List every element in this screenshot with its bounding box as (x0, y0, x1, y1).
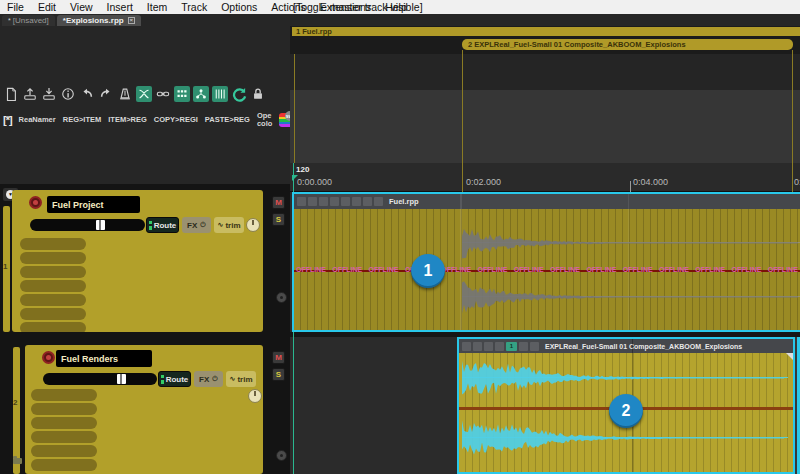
item-title-bar[interactable]: 1 EXPLReal_Fuel-Small 01 Composite_AKBOO… (459, 339, 793, 353)
tempo-marker[interactable]: 120 (296, 165, 309, 174)
marker-lane[interactable] (290, 54, 800, 90)
region-marker-1[interactable]: 1 Fuel.rpp (292, 27, 800, 36)
loop-icon[interactable] (231, 86, 247, 102)
tab-unsaved[interactable]: * [Unsaved] (2, 15, 55, 26)
item-fx-icon[interactable] (352, 197, 361, 206)
item-lock-icon[interactable] (473, 342, 482, 351)
metronome-icon[interactable] (117, 86, 133, 102)
item-properties-icon[interactable] (530, 342, 539, 351)
screenshot-icon[interactable]: [*] (3, 114, 12, 126)
record-arm-button[interactable] (42, 351, 55, 364)
items-to-regions-button[interactable]: ITEM>REG (108, 116, 147, 124)
new-project-icon[interactable] (3, 86, 19, 102)
offline-label: OFFLINE (695, 266, 725, 272)
region-marker-2[interactable]: 2 EXPLReal_Fuel-Small 01 Composite_AKBOO… (462, 39, 793, 50)
trim-button[interactable]: ∿trim (226, 371, 256, 387)
item-loop-icon[interactable] (297, 197, 306, 206)
open-color-button[interactable]: Ope colo (257, 112, 272, 128)
timeline-ruler[interactable] (290, 163, 800, 192)
redo-icon[interactable] (98, 86, 114, 102)
pan-knob[interactable] (248, 389, 262, 403)
callout-1: 1 (411, 254, 445, 288)
ruler-time-2: 0:02.000 (466, 177, 501, 187)
item-fx-icon[interactable] (519, 342, 528, 351)
track-lane-pill (31, 445, 97, 457)
record-arm-button[interactable] (29, 196, 42, 209)
lock-icon[interactable] (250, 86, 266, 102)
paste-regions-button[interactable]: PASTE>REG (205, 116, 250, 124)
route-button[interactable]: Route (158, 371, 191, 387)
callout-number: 1 (424, 262, 433, 280)
color-palette-icon[interactable]: SWS (279, 113, 290, 127)
tab-explosions[interactable]: *Explosions.rpp × (57, 15, 141, 26)
volume-handle[interactable] (117, 374, 126, 384)
project-info-icon[interactable] (60, 86, 76, 102)
regions-to-items-button[interactable]: REG>ITEM (63, 116, 102, 124)
item-properties-icon[interactable] (374, 197, 383, 206)
fx-button[interactable]: FX⏻ (194, 371, 223, 387)
trim-label: trim (237, 375, 252, 384)
fx-power-icon[interactable]: ⏻ (200, 221, 206, 229)
track1-panel[interactable]: Fuel Project Route FX⏻ ∿trim (12, 190, 263, 332)
track2-mute-button[interactable]: M (272, 351, 285, 364)
item-mute-icon[interactable] (330, 197, 339, 206)
item-volume-icon[interactable] (319, 197, 328, 206)
track1-envelope-button[interactable] (276, 292, 287, 303)
menu-item[interactable]: Item (140, 1, 174, 13)
track-name-field[interactable]: Fuel Renders (56, 350, 152, 367)
item-group-icon[interactable] (341, 197, 350, 206)
menu-options[interactable]: Options (214, 1, 264, 13)
track2-envelope-button[interactable] (276, 450, 287, 461)
tab-close-icon[interactable]: × (128, 17, 135, 24)
save-project-icon[interactable] (41, 86, 57, 102)
offline-row: OFFLINEOFFLINEOFFLINEOFFLINEOFFLINEOFFLI… (296, 264, 798, 274)
volume-handle[interactable] (96, 220, 105, 230)
track-lane-pill (31, 389, 97, 401)
item-volume-icon[interactable] (484, 342, 493, 351)
menu-file[interactable]: File (0, 1, 31, 13)
menu-view[interactable]: View (63, 1, 100, 13)
pan-knob[interactable] (246, 218, 260, 232)
volume-slider[interactable] (43, 373, 157, 385)
tempo-lane[interactable] (290, 90, 800, 163)
route-button[interactable]: Route (146, 217, 179, 233)
fade-corner[interactable] (786, 353, 793, 360)
menu-insert[interactable]: Insert (100, 1, 140, 13)
offline-label: OFFLINE (623, 266, 653, 272)
item-lock-icon[interactable] (308, 197, 317, 206)
track2-solo-button[interactable]: S (272, 368, 285, 381)
region-boundary-line (462, 50, 463, 192)
track1-mute-button[interactable]: M (272, 196, 285, 209)
reanamer-button[interactable]: ReaNamer (19, 116, 56, 124)
open-project-icon[interactable] (22, 86, 38, 102)
fx-button[interactable]: FX⏻ (182, 217, 211, 233)
track2-panel[interactable]: Fuel Renders Route FX⏻ ∿trim (25, 345, 263, 474)
track-name-field[interactable]: Fuel Project (47, 196, 140, 213)
link-icon[interactable] (155, 86, 171, 102)
menu-track[interactable]: Track (174, 1, 214, 13)
waveform-left-channel (462, 225, 798, 261)
media-item-fuel-rpp[interactable]: Fuel.rpp OFFLINEOFFLINEOFFLINEOFFLINEOFF… (292, 192, 800, 332)
modified-indicator: * (8, 17, 11, 24)
ruler-time-0: 0:00.000 (297, 177, 332, 187)
item-loop-icon[interactable] (462, 342, 471, 351)
region-boundary-line (294, 54, 295, 163)
item-mute-icon[interactable] (495, 342, 504, 351)
item-notes-icon[interactable] (363, 197, 372, 206)
trim-button[interactable]: ∿trim (214, 217, 244, 233)
track-lane-pill (20, 238, 86, 250)
track1-solo-button[interactable]: S (272, 213, 285, 226)
copy-regions-button[interactable]: COPY>REGI (154, 116, 198, 124)
fx-power-icon[interactable]: ⏻ (212, 375, 218, 383)
channel-mode-badge[interactable]: 1 (506, 342, 517, 351)
grid-lines-icon[interactable] (212, 86, 228, 102)
routing-icon[interactable] (193, 86, 209, 102)
crossfade-icon[interactable] (136, 86, 152, 102)
region-matrix-icon[interactable] (174, 86, 190, 102)
item-title-bar[interactable]: Fuel.rpp (294, 194, 800, 209)
undo-icon[interactable] (79, 86, 95, 102)
menu-edit[interactable]: Edit (31, 1, 63, 13)
track-lane-pill (20, 280, 86, 292)
offline-label: OFFLINE (514, 266, 544, 272)
volume-slider[interactable] (30, 219, 145, 231)
